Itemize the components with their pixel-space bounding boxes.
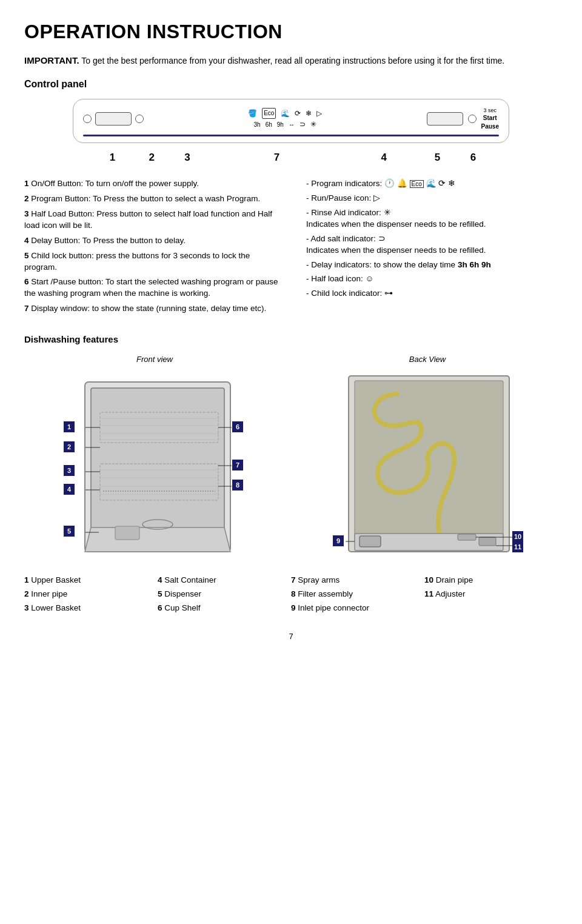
right-item-runpause: Run/Pause icon: ▷ bbox=[306, 193, 558, 204]
delay-6h: 6h bbox=[266, 121, 272, 129]
panel-number-labels: 1 2 3 7 4 5 6 bbox=[73, 148, 509, 167]
part-6: 6 Cup Shelf bbox=[158, 603, 291, 614]
part-3: 3 Lower Basket bbox=[24, 603, 158, 614]
desc-item-2: 2 Program Button: To Press the button to… bbox=[24, 193, 282, 205]
icon-snow: ❄ bbox=[306, 109, 312, 119]
icon-eco: Eco bbox=[262, 108, 276, 119]
part-1: 1 Upper Basket bbox=[24, 575, 158, 586]
num-label-6: 6 bbox=[455, 150, 491, 165]
right-item-halfload: Half load icon: ☺ bbox=[306, 273, 558, 285]
part-8: 8 Filter assembly bbox=[291, 589, 424, 600]
panel-right-rect bbox=[427, 112, 463, 126]
right-item-delay: Delay indicators: to show the delay time… bbox=[306, 259, 558, 271]
num-label-3: 3 bbox=[170, 150, 206, 165]
num-label-4: 4 bbox=[348, 150, 420, 165]
desc-col-right: Program indicators: 🕐 🔔 Eco 🌊 ⟳ ❄ Run/Pa… bbox=[300, 178, 558, 318]
icon-pot: 🪣 bbox=[248, 109, 257, 119]
control-panel-diagram: 🪣 Eco 🌊 ⟳ ❄ ▷ 3h 6h 9h ↔ ⊃ ✳ 3 sec St bbox=[73, 99, 509, 144]
desc-item-4: 4 Delay Button: To Press the button to d… bbox=[24, 235, 282, 247]
delay-3h: 3h bbox=[254, 121, 261, 129]
parts-col-3: 7 Spray arms 8 Filter assembly 9 Inlet p… bbox=[291, 575, 424, 617]
parts-col-4: 10 Drain pipe 11 Adjuster bbox=[424, 575, 558, 617]
callout-9: 9 bbox=[333, 535, 344, 546]
callout-7: 7 bbox=[232, 460, 243, 470]
num-label-7: 7 bbox=[206, 150, 349, 165]
icon-circle2: ⟳ bbox=[295, 109, 301, 119]
back-view-svg bbox=[324, 370, 530, 564]
panel-top-row: 🪣 Eco 🌊 ⟳ ❄ ▷ 3h 6h 9h ↔ ⊃ ✳ 3 sec St bbox=[83, 107, 499, 132]
svg-rect-14 bbox=[115, 526, 139, 540]
desc-item-3: 3 Half Load Button: Press button to sele… bbox=[24, 209, 282, 232]
desc-item-7: 7 Display window: to show the state (run… bbox=[24, 303, 282, 315]
parts-col-1: 1 Upper Basket 2 Inner pipe 3 Lower Bask… bbox=[24, 575, 158, 617]
panel-right-buttons: 3 sec StartPause bbox=[427, 107, 499, 132]
important-text: IMPORTANT. To get the best performance f… bbox=[24, 54, 558, 67]
num-label-1: 1 bbox=[91, 150, 134, 165]
icon-arrow: ↔ bbox=[289, 121, 295, 129]
num-label-2: 2 bbox=[134, 150, 170, 165]
part-7: 7 Spray arms bbox=[291, 575, 424, 586]
desc-item-5: 5 Child lock button: press the buttons f… bbox=[24, 250, 282, 273]
page-number: 7 bbox=[24, 631, 558, 642]
panel-top-icons: 🪣 Eco 🌊 ⟳ ❄ ▷ bbox=[248, 108, 322, 119]
dishwashing-views: Front view bbox=[24, 354, 558, 564]
callout-11: 11 bbox=[512, 541, 523, 552]
panel-display-btn bbox=[95, 112, 132, 126]
program-icon bbox=[135, 115, 144, 123]
desc-item-1: 1 On/Off Button: To turn on/off the powe… bbox=[24, 178, 282, 190]
part-11: 11 Adjuster bbox=[424, 589, 558, 600]
callout-8: 8 bbox=[232, 480, 243, 490]
front-view: Front view bbox=[24, 354, 285, 564]
panel-center-icons: 🪣 Eco 🌊 ⟳ ❄ ▷ 3h 6h 9h ↔ ⊃ ✳ bbox=[248, 108, 322, 130]
important-body: To get the best performance from your di… bbox=[81, 56, 504, 65]
part-4: 4 Salt Container bbox=[158, 575, 291, 586]
delay-9h: 9h bbox=[277, 121, 284, 129]
back-view-label: Back View bbox=[409, 354, 446, 365]
right-item-salt: Add salt indicator: ⊃Indicates when the … bbox=[306, 233, 558, 256]
important-label: IMPORTANT. bbox=[24, 55, 79, 65]
icon-salt: ⊃ bbox=[299, 119, 306, 130]
panel-left-buttons bbox=[83, 112, 144, 126]
right-item-rinse: Rinse Aid indicator: ✳Indicates when the… bbox=[306, 207, 558, 230]
svg-rect-28 bbox=[479, 537, 496, 546]
part-10: 10 Drain pipe bbox=[424, 575, 558, 586]
start-pause-btn: 3 sec StartPause bbox=[481, 107, 499, 132]
dishwashing-section-title: Dishwashing features bbox=[24, 333, 558, 346]
onoff-icon bbox=[83, 115, 92, 123]
desc-col-left: 1 On/Off Button: To turn on/off the powe… bbox=[24, 178, 282, 318]
front-view-container: 1 2 3 4 5 6 7 8 bbox=[52, 370, 258, 564]
callout-4: 4 bbox=[64, 484, 75, 495]
parts-col-2: 4 Salt Container 5 Dispenser 6 Cup Shelf bbox=[158, 575, 291, 617]
svg-rect-27 bbox=[458, 534, 476, 540]
callout-2: 2 bbox=[64, 441, 75, 452]
right-features-list: Program indicators: 🕐 🔔 Eco 🌊 ⟳ ❄ Run/Pa… bbox=[300, 178, 558, 300]
panel-divider-line bbox=[83, 135, 499, 136]
icon-play: ▷ bbox=[316, 109, 322, 119]
childlock-icon bbox=[468, 115, 477, 123]
callout-3: 3 bbox=[64, 465, 75, 476]
back-view-container: 9 10 11 bbox=[324, 370, 530, 564]
part-2: 2 Inner pipe bbox=[24, 589, 158, 600]
front-view-svg bbox=[52, 370, 258, 564]
desc-item-6: 6 Start /Pause button: To start the sele… bbox=[24, 276, 282, 300]
part-9: 9 Inlet pipe connector bbox=[291, 603, 424, 614]
callout-5: 5 bbox=[64, 526, 75, 537]
back-view: Back View bbox=[297, 354, 558, 564]
front-view-label: Front view bbox=[136, 354, 173, 365]
right-item-childlock: Child lock indicator: ⊶ bbox=[306, 288, 558, 300]
parts-list: 1 Upper Basket 2 Inner pipe 3 Lower Bask… bbox=[24, 575, 558, 617]
start-pause-sublabel: 3 sec bbox=[483, 107, 497, 115]
right-item-program: Program indicators: 🕐 🔔 Eco 🌊 ⟳ ❄ bbox=[306, 178, 558, 190]
num-label-5: 5 bbox=[420, 150, 455, 165]
icon-rinse: ✳ bbox=[310, 119, 316, 130]
control-panel-desc: 1 On/Off Button: To turn on/off the powe… bbox=[24, 178, 558, 318]
callout-6: 6 bbox=[232, 421, 243, 432]
part-5: 5 Dispenser bbox=[158, 589, 291, 600]
control-panel-title: Control panel bbox=[24, 78, 558, 91]
page-title: OPERATION INSTRUCTION bbox=[24, 18, 558, 45]
panel-bottom-icons: 3h 6h 9h ↔ ⊃ ✳ bbox=[254, 119, 316, 130]
svg-rect-26 bbox=[360, 536, 381, 547]
callout-1: 1 bbox=[64, 421, 75, 432]
icon-wave: 🌊 bbox=[281, 109, 290, 119]
callout-10: 10 bbox=[512, 531, 523, 542]
